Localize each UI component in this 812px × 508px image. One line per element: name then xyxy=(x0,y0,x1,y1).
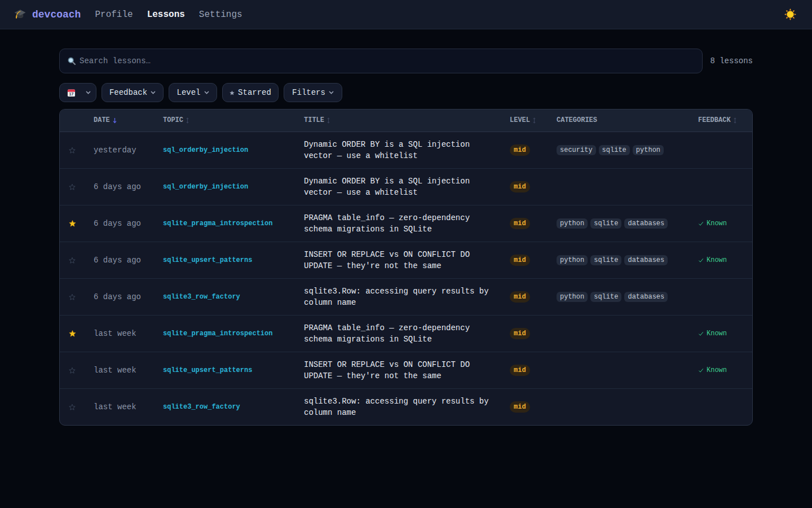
svg-text:17: 17 xyxy=(69,92,74,96)
